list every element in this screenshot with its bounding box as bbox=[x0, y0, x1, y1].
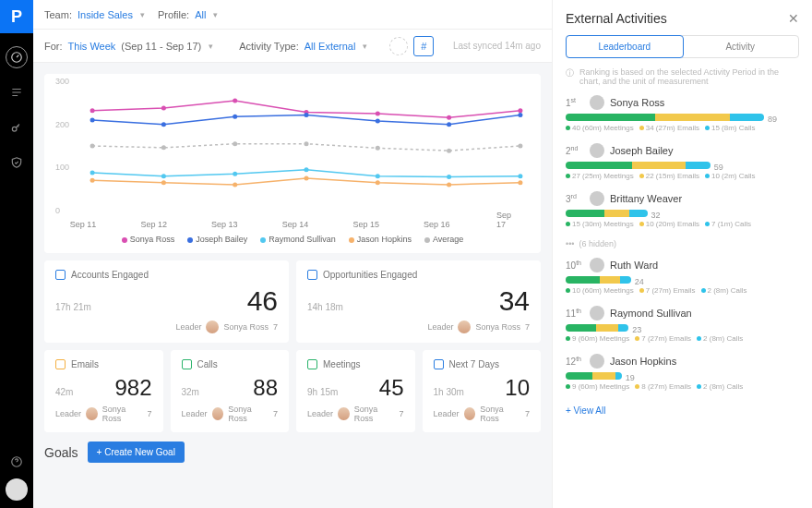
for-label: For: bbox=[44, 41, 63, 52]
nav-shield-icon[interactable] bbox=[6, 151, 28, 174]
leader-label: Leader bbox=[434, 409, 460, 418]
leader-name: Sonya Ross bbox=[228, 405, 269, 423]
kpi-small-grid: Emails42m982LeaderSonya Ross7Calls32m88L… bbox=[44, 350, 541, 432]
rank: 12th bbox=[566, 356, 584, 367]
stacked-bar bbox=[566, 372, 622, 380]
rank: 10th bbox=[566, 260, 584, 271]
kpi-icon bbox=[307, 270, 317, 280]
kpi-sub: 42m bbox=[55, 387, 73, 397]
svg-point-21 bbox=[376, 174, 380, 178]
svg-point-30 bbox=[518, 180, 522, 185]
kpi-title: Next 7 Days bbox=[449, 359, 499, 369]
kpi-title: Accounts Engaged bbox=[71, 270, 149, 280]
content-scroll: 0100200300Sep 11Sep 12Sep 13Sep 14Sep 15… bbox=[33, 63, 552, 508]
avatar bbox=[206, 321, 219, 333]
svg-point-5 bbox=[233, 99, 237, 103]
kpi-value: 46 bbox=[247, 285, 278, 317]
period-ring-icon[interactable] bbox=[389, 37, 408, 55]
panel-title: External Activities bbox=[566, 11, 667, 26]
leaderboard-list: 1stSonya Ross8940 (60m) Meetings34 (27m)… bbox=[566, 95, 799, 402]
kpi-sub: 1h 30m bbox=[434, 387, 464, 397]
breakdown: 15 (30m) Meetings10 (20m) Emails7 (1m) C… bbox=[566, 220, 799, 228]
svg-point-25 bbox=[161, 180, 166, 185]
svg-point-33 bbox=[233, 141, 237, 146]
close-icon[interactable]: ✕ bbox=[788, 11, 799, 26]
kpi-value: 10 bbox=[505, 375, 530, 401]
hash-toggle[interactable]: # bbox=[413, 36, 434, 56]
topbar: Team: Inside Sales ▾ Profile: All ▾ bbox=[33, 0, 552, 30]
svg-point-27 bbox=[304, 176, 308, 181]
user-avatar[interactable] bbox=[6, 478, 28, 501]
nav-key-icon[interactable] bbox=[6, 116, 28, 139]
svg-point-28 bbox=[376, 180, 380, 185]
side-panel: External Activities ✕ Leaderboard Activi… bbox=[552, 0, 812, 508]
svg-point-35 bbox=[376, 146, 380, 151]
leaderboard-item[interactable]: 12thJason Hopkins199 (60m) Meetings8 (27… bbox=[566, 354, 799, 391]
help-icon[interactable] bbox=[6, 451, 28, 473]
activities-chart: 0100200300Sep 11Sep 12Sep 13Sep 14Sep 15… bbox=[55, 81, 530, 229]
avatar bbox=[590, 95, 604, 110]
leader-name: Sonya Ross bbox=[475, 322, 520, 332]
total: 23 bbox=[632, 325, 641, 334]
avatar bbox=[590, 258, 604, 272]
view-all-link[interactable]: + View All bbox=[566, 405, 799, 416]
team-dropdown[interactable]: Inside Sales bbox=[78, 9, 133, 20]
avatar bbox=[590, 354, 604, 369]
stacked-bar bbox=[566, 114, 764, 121]
leader-count: 7 bbox=[273, 322, 278, 332]
svg-point-34 bbox=[304, 141, 308, 146]
leaderboard-item[interactable]: 1stSonya Ross8940 (60m) Meetings34 (27m)… bbox=[566, 95, 799, 132]
svg-point-12 bbox=[233, 115, 237, 119]
svg-point-7 bbox=[376, 112, 380, 116]
nav-list-icon[interactable] bbox=[6, 81, 28, 103]
app-logo[interactable]: P bbox=[0, 0, 33, 33]
tab-leaderboard[interactable]: Leaderboard bbox=[566, 35, 684, 58]
leaderboard-item[interactable]: 10thRuth Ward2410 (60m) Meetings7 (27m) … bbox=[566, 258, 799, 295]
breakdown: 40 (60m) Meetings34 (27m) Emails15 (8m) … bbox=[566, 124, 799, 132]
kpi-title: Emails bbox=[71, 359, 99, 369]
total: 32 bbox=[651, 211, 661, 220]
svg-point-14 bbox=[376, 118, 380, 123]
rank: 2nd bbox=[566, 145, 584, 156]
svg-point-19 bbox=[233, 172, 237, 176]
tab-activity[interactable]: Activity bbox=[683, 36, 799, 57]
kpi-sub: 14h 18m bbox=[307, 302, 343, 312]
chevron-down-icon: ▾ bbox=[363, 42, 367, 51]
leaderboard-item[interactable]: 11thRaymond Sullivan239 (60m) Meetings7 … bbox=[566, 306, 799, 343]
total: 24 bbox=[635, 277, 644, 286]
leader-name: Sonya Ross bbox=[102, 405, 143, 423]
chevron-down-icon: ▾ bbox=[209, 42, 213, 51]
stacked-bar bbox=[566, 162, 710, 169]
stacked-bar bbox=[566, 210, 648, 217]
activity-dropdown[interactable]: All External bbox=[304, 41, 356, 52]
leaderboard-item[interactable]: 2ndJoseph Bailey5927 (25m) Meetings22 (1… bbox=[566, 143, 799, 180]
svg-point-3 bbox=[90, 108, 95, 113]
leader-count: 7 bbox=[525, 409, 530, 418]
rank: 11th bbox=[566, 308, 584, 319]
leaderboard-item[interactable]: 3rdBrittany Weaver3215 (30m) Meetings10 … bbox=[566, 191, 799, 228]
leader-name: Sonya Ross bbox=[223, 322, 269, 332]
kpi-card: Calls32m88LeaderSonya Ross7 bbox=[171, 350, 290, 432]
nav-dashboard-icon[interactable] bbox=[6, 46, 28, 68]
leader-count: 7 bbox=[147, 409, 151, 418]
breakdown: 27 (25m) Meetings22 (15m) Emails10 (2m) … bbox=[566, 172, 799, 180]
kpi-icon bbox=[55, 270, 66, 280]
svg-point-24 bbox=[90, 178, 95, 183]
leader-label: Leader bbox=[175, 322, 201, 332]
nav-rail: P bbox=[0, 0, 33, 508]
kpi-title: Calls bbox=[197, 359, 218, 369]
leader-count: 7 bbox=[525, 322, 530, 332]
kpi-card: Next 7 Days1h 30m10LeaderSonya Ross7 bbox=[423, 350, 542, 432]
kpi-icon bbox=[55, 359, 66, 369]
leader-label: Leader bbox=[427, 322, 453, 332]
person-name: Brittany Weaver bbox=[610, 193, 682, 204]
leader-count: 7 bbox=[399, 409, 403, 418]
svg-point-32 bbox=[161, 145, 166, 150]
for-dropdown[interactable]: This Week bbox=[68, 41, 116, 52]
avatar bbox=[338, 407, 350, 420]
svg-point-36 bbox=[447, 149, 451, 153]
kpi-sub: 17h 21m bbox=[55, 302, 91, 312]
create-goal-button[interactable]: + Create New Goal bbox=[88, 441, 185, 463]
svg-point-17 bbox=[90, 170, 95, 175]
profile-dropdown[interactable]: All bbox=[195, 9, 206, 20]
